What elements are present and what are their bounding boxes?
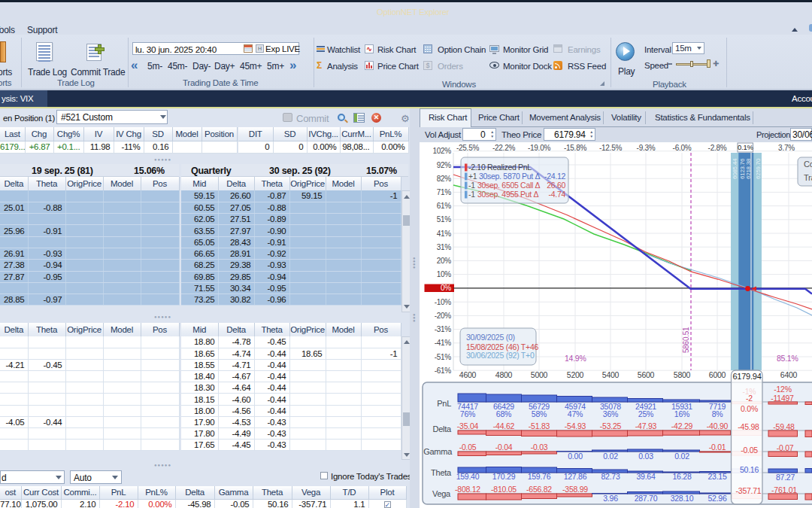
svg-text:61%: 61%: [437, 202, 452, 210]
svg-text:-358.99: -358.99: [562, 485, 588, 494]
svg-text:6259.70: 6259.70: [755, 158, 762, 179]
svg-text:87.27: 87.27: [776, 473, 795, 482]
svg-text:92%: 92%: [437, 161, 452, 169]
svg-text:0.0%: 0.0%: [741, 404, 758, 413]
svg-text:10%: 10%: [437, 270, 452, 278]
svg-text:-44.62: -44.62: [493, 421, 515, 430]
svg-text:-45.98: -45.98: [738, 422, 759, 431]
svg-text:39.64: 39.64: [636, 472, 655, 481]
svg-text:5600: 5600: [638, 370, 655, 379]
svg-text:-2: -2: [746, 394, 753, 403]
svg-text:-0.05: -0.05: [741, 446, 758, 455]
svg-text:-10%: -10%: [435, 298, 452, 306]
svg-text:5860.51: 5860.51: [682, 327, 690, 353]
svg-text:Delta: Delta: [433, 424, 453, 433]
svg-text:328.10: 328.10: [671, 494, 694, 503]
svg-text:-357.71: -357.71: [736, 486, 762, 495]
svg-text:-6.0%: -6.0%: [673, 144, 692, 152]
svg-text:-656.82: -656.82: [526, 485, 552, 494]
svg-text:-2.10 Realized PnL: -2.10 Realized PnL: [468, 163, 532, 172]
svg-text:76%: 76%: [460, 409, 475, 418]
svg-text:-0.03: -0.03: [531, 443, 548, 452]
svg-text:159.76: 159.76: [528, 472, 551, 481]
svg-text:-51%: -51%: [435, 353, 452, 361]
svg-text:3.7%: 3.7%: [778, 144, 795, 152]
svg-text:50.16: 50.16: [740, 465, 759, 474]
svg-text:25%: 25%: [638, 409, 653, 418]
svg-text:-2.8%: -2.8%: [708, 144, 727, 152]
svg-text:8%: 8%: [712, 409, 723, 418]
svg-text:30sep. 4955 Put Δ: 30sep. 4955 Put Δ: [477, 190, 539, 199]
svg-text:16.28: 16.28: [672, 472, 691, 481]
svg-text:5400: 5400: [602, 370, 620, 379]
svg-text:0.02: 0.02: [674, 452, 689, 461]
svg-text:-22.2%: -22.2%: [492, 144, 516, 152]
svg-text:6179.94: 6179.94: [732, 372, 761, 381]
svg-text:-54.93: -54.93: [565, 421, 586, 430]
svg-text:26.60: 26.60: [547, 181, 565, 190]
svg-text:+1: +1: [468, 172, 477, 181]
svg-text:20%: 20%: [437, 257, 452, 265]
svg-text:-19.0%: -19.0%: [528, 144, 551, 152]
svg-text:Vega: Vega: [432, 489, 451, 498]
svg-text:-15.8%: -15.8%: [564, 144, 587, 152]
svg-text:-12%: -12%: [774, 385, 792, 394]
svg-text:0%: 0%: [441, 284, 451, 292]
svg-text:PnL: PnL: [437, 399, 451, 408]
svg-text:-1: -1: [468, 190, 475, 199]
svg-text:-761.01: -761.01: [771, 485, 797, 494]
svg-text:16%: 16%: [674, 409, 689, 418]
svg-text:5200: 5200: [567, 370, 584, 379]
svg-text:-24.12: -24.12: [544, 172, 565, 181]
svg-text:68%: 68%: [496, 409, 511, 418]
svg-text:-53.25: -53.25: [600, 421, 622, 430]
svg-text:41%: 41%: [437, 230, 452, 238]
svg-text:-11497: -11497: [771, 394, 794, 403]
svg-text:-42.29: -42.29: [671, 421, 693, 430]
svg-text:36%: 36%: [603, 409, 618, 418]
svg-text:-1: -1: [468, 181, 475, 190]
svg-text:82%: 82%: [437, 175, 452, 183]
svg-text:23.15: 23.15: [707, 472, 726, 481]
svg-text:58%: 58%: [532, 409, 547, 418]
svg-text:-59.48: -59.48: [773, 422, 795, 431]
svg-text:6218.38: 6218.38: [745, 158, 752, 179]
svg-text:127.86: 127.86: [564, 472, 587, 481]
svg-text:-47.93: -47.93: [635, 421, 657, 430]
svg-text:-0.07: -0.07: [777, 443, 794, 452]
svg-text:Theta: Theta: [431, 468, 452, 477]
svg-text:-4.74: -4.74: [549, 190, 566, 199]
svg-text:170.29: 170.29: [492, 472, 516, 481]
svg-text:82.73: 82.73: [601, 472, 620, 481]
svg-text:-810.05: -810.05: [491, 485, 517, 494]
svg-text:0.03: 0.03: [638, 452, 653, 461]
svg-text:-40.90: -40.90: [707, 421, 729, 430]
svg-text:-9.3%: -9.3%: [637, 144, 656, 152]
svg-text:47%: 47%: [568, 409, 583, 418]
svg-text:14.9%: 14.9%: [565, 354, 586, 363]
svg-text:-41%: -41%: [435, 339, 452, 347]
svg-text:5000: 5000: [531, 370, 548, 379]
svg-text:-61%: -61%: [435, 367, 452, 375]
svg-text:52.96: 52.96: [707, 494, 726, 503]
svg-text:30/09/2025 (0): 30/09/2025 (0): [466, 333, 515, 342]
svg-text:3.96: 3.96: [603, 494, 618, 503]
svg-text:Co: Co: [804, 160, 812, 169]
svg-text:-20%: -20%: [435, 312, 452, 320]
svg-text:5800: 5800: [674, 370, 691, 379]
svg-text:0.02: 0.02: [603, 452, 618, 461]
svg-text:4600: 4600: [459, 370, 477, 379]
svg-text:0.00: 0.00: [568, 452, 583, 461]
svg-text:-0.04: -0.04: [495, 443, 513, 452]
svg-text:102%: 102%: [432, 147, 451, 155]
svg-text:30sep. 6505 Call Δ: 30sep. 6505 Call Δ: [477, 181, 541, 190]
svg-text:-0.05: -0.05: [459, 443, 477, 452]
svg-text:Tra: Tra: [804, 173, 812, 182]
svg-text:-25.5%: -25.5%: [456, 144, 480, 152]
svg-text:-31%: -31%: [435, 325, 452, 333]
svg-text:6000: 6000: [709, 370, 726, 379]
svg-text:6085.44: 6085.44: [732, 158, 738, 179]
svg-text:51%: 51%: [437, 215, 452, 224]
svg-text:30sep. 5870 Put Δ: 30sep. 5870 Put Δ: [479, 172, 541, 181]
svg-text:-51.83: -51.83: [529, 421, 550, 430]
